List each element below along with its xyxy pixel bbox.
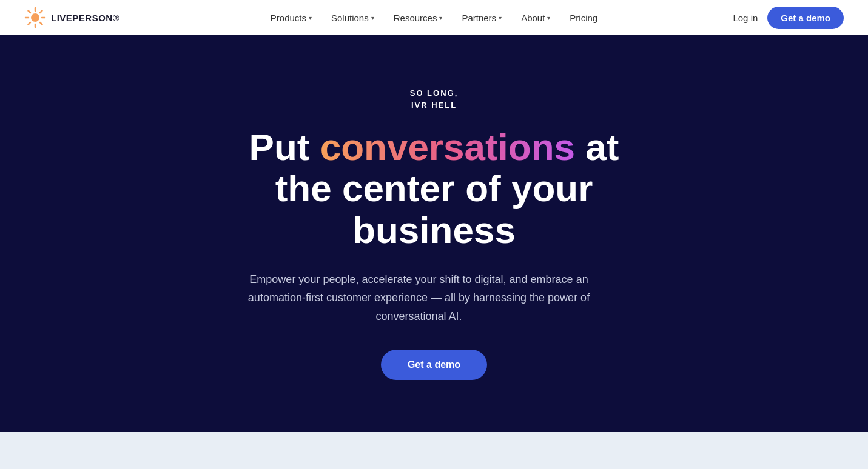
nav-menu: Products ▾ Solutions ▾ Resources ▾ Partn… xyxy=(262,8,606,28)
svg-point-0 xyxy=(31,13,39,22)
get-demo-button-nav[interactable]: Get a demo xyxy=(767,7,844,29)
hero-section: SO LONG, IVR HELL Put conversations at t… xyxy=(0,35,868,432)
chevron-down-icon-about: ▾ xyxy=(547,15,550,21)
hero-content: SO LONG, IVR HELL Put conversations at t… xyxy=(222,87,647,381)
nav-label-partners: Partners xyxy=(462,13,496,23)
get-demo-button-hero[interactable]: Get a demo xyxy=(381,350,487,380)
hero-heading-before: Put xyxy=(249,126,320,168)
svg-line-5 xyxy=(29,11,31,13)
svg-line-6 xyxy=(40,22,42,25)
chevron-down-icon-solutions: ▾ xyxy=(371,15,374,21)
navbar-actions: Log in Get a demo xyxy=(733,7,844,29)
hero-eyebrow: SO LONG, IVR HELL xyxy=(222,87,647,113)
nav-label-products: Products xyxy=(271,13,306,23)
chevron-down-icon-partners: ▾ xyxy=(499,15,502,21)
logo-text: LIVEPERSON® xyxy=(51,13,119,23)
nav-label-pricing: Pricing xyxy=(570,13,597,23)
nav-item-products[interactable]: Products ▾ xyxy=(262,8,320,28)
chevron-down-icon-products: ▾ xyxy=(309,15,312,21)
navbar: LIVEPERSON® Products ▾ Solutions ▾ Resou… xyxy=(0,0,868,35)
nav-item-partners[interactable]: Partners ▾ xyxy=(453,8,510,28)
nav-item-solutions[interactable]: Solutions ▾ xyxy=(323,8,383,28)
svg-line-8 xyxy=(29,22,31,25)
logo-icon xyxy=(24,7,46,28)
nav-label-solutions: Solutions xyxy=(331,13,369,23)
hero-heading: Put conversations at the center of your … xyxy=(222,127,647,251)
nav-item-resources[interactable]: Resources ▾ xyxy=(385,8,451,28)
nav-item-pricing[interactable]: Pricing xyxy=(561,8,606,28)
bottom-section xyxy=(0,432,868,469)
chevron-down-icon-resources: ▾ xyxy=(439,15,442,21)
svg-line-7 xyxy=(40,11,42,13)
hero-description: Empower your people, accelerate your shi… xyxy=(222,270,616,326)
nav-label-about: About xyxy=(521,13,545,23)
logo-link[interactable]: LIVEPERSON® xyxy=(24,7,119,28)
login-link[interactable]: Log in xyxy=(733,13,758,23)
nav-item-about[interactable]: About ▾ xyxy=(513,8,559,28)
nav-label-resources: Resources xyxy=(394,13,437,23)
hero-heading-highlight: conversations xyxy=(320,126,575,168)
